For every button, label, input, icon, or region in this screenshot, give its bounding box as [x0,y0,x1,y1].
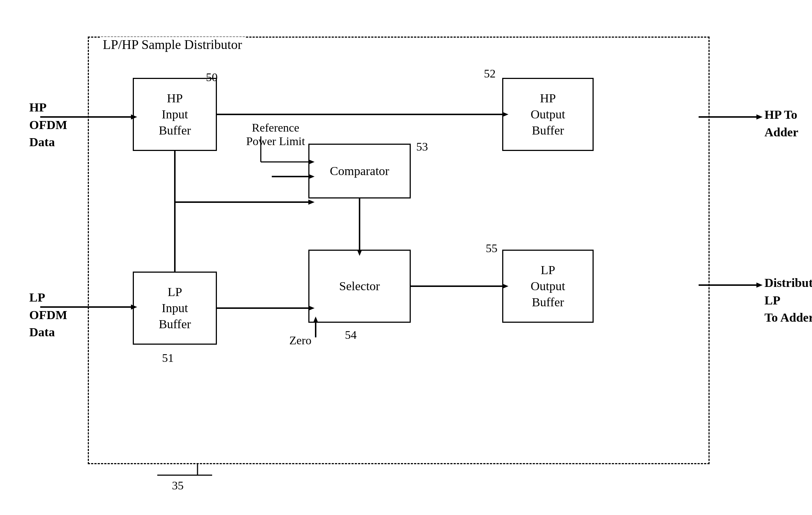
svg-marker-24 [131,304,137,310]
diagram-container: LP/HP Sample Distributor HPInputBuffer 5… [29,15,783,497]
svg-marker-22 [131,114,137,120]
hp-to-adder-label: HP ToAdder [764,106,798,141]
lp-ofdm-data-label: LPOFDMData [29,289,67,341]
distributed-lp-label: Distributed LPTo Adder [764,274,812,326]
svg-marker-28 [756,283,763,288]
num-35-label: 35 [172,479,184,492]
external-arrows-svg [29,15,783,497]
hp-ofdm-data-label: HPOFDMData [29,99,67,151]
svg-marker-26 [756,114,763,120]
